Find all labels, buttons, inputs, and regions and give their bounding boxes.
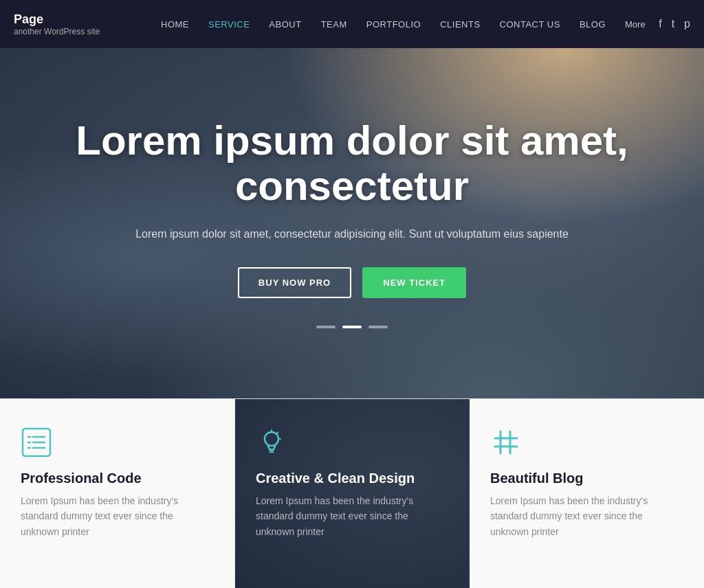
hero-subtitle: Lorem ipsum dolor sit amet, consectetur … (70, 225, 634, 243)
navbar: Page another WordPress site HOME SERVICE… (0, 0, 704, 48)
feature-design-desc: Lorem Ipsum has been the industry's stan… (256, 493, 449, 539)
nav-about[interactable]: ABOUT (259, 0, 311, 48)
site-brand: Page another WordPress site (14, 12, 124, 36)
feature-design: Creative & Clean Design Lorem Ipsum has … (235, 399, 470, 588)
new-ticket-button[interactable]: NEW TICKET (362, 267, 466, 298)
hero-buttons: BUY NOW PRO NEW TICKET (70, 267, 634, 298)
nav-home[interactable]: HOME (151, 0, 199, 48)
twitter-icon[interactable]: t (672, 18, 674, 30)
nav-service[interactable]: SERVICE (199, 0, 259, 48)
nav-clients[interactable]: CLIENTS (430, 0, 490, 48)
feature-design-title: Creative & Clean Design (256, 471, 449, 486)
nav-more[interactable]: More (615, 0, 655, 48)
site-tagline: another WordPress site (14, 27, 124, 36)
feature-blog-title: Beautiful Blog (490, 471, 584, 486)
facebook-icon[interactable]: f (659, 18, 661, 30)
social-links: f t p (659, 18, 690, 30)
site-title: Page (14, 12, 124, 27)
features-section: Professional Code Lorem Ipsum has been t… (0, 398, 704, 588)
hero-section: Lorem ipsum dolor sit amet, consectetur … (0, 48, 704, 398)
dot-3[interactable] (368, 326, 388, 328)
feature-blog: Beautiful Blog Lorem Ipsum has been the … (470, 399, 704, 588)
feature-code-desc: Lorem Ipsum has been the industry's stan… (21, 493, 214, 539)
hero-content: Lorem ipsum dolor sit amet, consectetur … (43, 118, 661, 329)
nav-blog[interactable]: BLOG (570, 0, 615, 48)
svg-line-11 (277, 433, 278, 433)
svg-point-7 (265, 432, 278, 446)
nav-contact[interactable]: CONTACT US (490, 0, 570, 48)
feature-code: Professional Code Lorem Ipsum has been t… (0, 399, 235, 588)
navbar-links: HOME SERVICE ABOUT TEAM PORTFOLIO CLIENT… (151, 0, 659, 48)
list-icon (21, 427, 52, 458)
hero-title: Lorem ipsum dolor sit amet, consectetur (70, 118, 634, 209)
bulb-icon (256, 427, 287, 458)
feature-blog-desc: Lorem Ipsum has been the industry's stan… (490, 493, 683, 539)
buy-now-button[interactable]: BUY NOW PRO (238, 267, 351, 298)
hero-dots (70, 326, 634, 328)
nav-portfolio[interactable]: PORTFOLIO (357, 0, 430, 48)
nav-team[interactable]: TEAM (311, 0, 357, 48)
pinterest-icon[interactable]: p (684, 18, 690, 30)
grid-icon (490, 427, 522, 458)
dot-1[interactable] (316, 326, 336, 328)
dot-2[interactable] (342, 326, 362, 328)
feature-code-title: Professional Code (21, 471, 142, 486)
